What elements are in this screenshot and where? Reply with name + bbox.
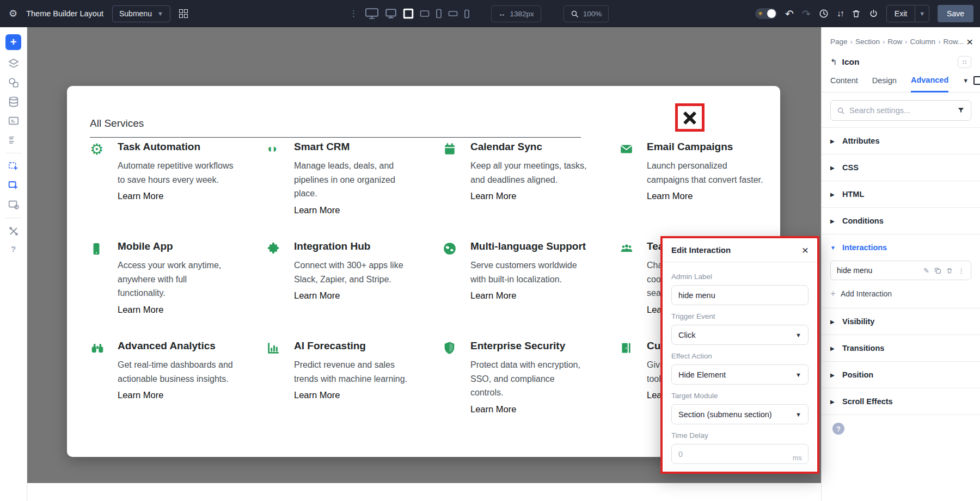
section-transitions[interactable]: ▶ Transitions — [822, 335, 980, 361]
builder-topbar: ⚙ Theme Builder Layout Submenu ▼ ⋮ ↔ 138… — [0, 0, 980, 27]
save-button[interactable]: Save — [938, 5, 973, 22]
section-conditions[interactable]: ▶ Conditions — [822, 207, 980, 234]
canvas-width-control[interactable]: ↔ 1382px — [491, 5, 541, 22]
triangle-right-icon: ▶ — [830, 319, 836, 325]
learn-more-link[interactable]: Lea — [647, 390, 662, 400]
device-phone-landscape-icon[interactable] — [448, 10, 458, 17]
service-item: Email Campaigns Launch personalized camp… — [619, 140, 795, 215]
learn-more-link[interactable]: Learn More — [470, 191, 516, 201]
duplicate-icon[interactable] — [934, 267, 941, 274]
close-x-icon — [683, 110, 697, 125]
edit-pencil-icon[interactable]: ✎ — [923, 267, 929, 275]
section-interactions[interactable]: ▼ Interactions — [822, 234, 980, 261]
tools-icon[interactable] — [7, 224, 21, 238]
builder-settings-gear-icon[interactable]: ⚙ — [9, 8, 17, 20]
device-tablet-landscape-icon[interactable] — [420, 10, 430, 17]
section-css[interactable]: ▶ CSS — [822, 154, 980, 181]
panel-dock-icon[interactable]: ∷ — [958, 56, 971, 68]
learn-more-link[interactable]: Learn More — [647, 191, 693, 201]
settings-search-input[interactable] — [849, 106, 953, 115]
section-visibility[interactable]: ▶ Visibility — [822, 308, 980, 335]
target-module-select[interactable]: Section (submenu section) ▼ — [671, 404, 808, 424]
settings-panel: Page › Section › Row › Column › Row... ×… — [821, 27, 980, 501]
time-delay-input[interactable] — [671, 444, 808, 464]
panel-close-icon[interactable]: × — [966, 36, 973, 47]
tab-content[interactable]: Content — [830, 76, 858, 91]
interaction-item[interactable]: hide menu ✎ ⋮ — [830, 261, 971, 280]
modal-close-icon[interactable]: × — [802, 244, 808, 256]
filter-funnel-icon[interactable] — [957, 107, 965, 114]
canvas-zoom-control[interactable]: 100% — [564, 5, 609, 22]
effect-action-select[interactable]: Hide Element ▼ — [671, 364, 808, 385]
bar-chart-icon — [266, 341, 283, 355]
select-module-icon[interactable] — [7, 159, 21, 174]
preview-frame-icon[interactable] — [973, 76, 980, 85]
theme-mode-toggle[interactable]: ☀ — [755, 8, 777, 19]
panel-help-icon[interactable]: ? — [832, 423, 844, 435]
breadcrumb-page[interactable]: Page — [830, 38, 848, 46]
module-settings-icon[interactable] — [7, 197, 21, 212]
exit-options-caret[interactable]: ▼ — [915, 5, 929, 22]
sidebar-help-icon[interactable]: ? — [11, 244, 16, 253]
service-title: AI Forecasting — [294, 339, 418, 352]
menu-close-button[interactable] — [675, 103, 705, 132]
device-tablet-active-icon[interactable] — [403, 8, 414, 19]
learn-more-link[interactable]: Learn More — [470, 404, 516, 415]
device-desktop-large-icon[interactable] — [365, 8, 379, 20]
layout-select[interactable]: Submenu ▼ — [112, 5, 170, 22]
add-element-button[interactable]: + — [5, 34, 21, 50]
rows-list-icon[interactable] — [7, 133, 21, 147]
undo-icon[interactable]: ↶ — [785, 8, 794, 20]
section-position[interactable]: ▶ Position — [822, 361, 980, 388]
learn-more-link[interactable]: Learn More — [294, 290, 340, 301]
back-arrow-icon[interactable]: ↰ — [830, 57, 837, 67]
service-item: Enterprise Security Protect data with en… — [443, 339, 619, 415]
triangle-down-icon: ▼ — [830, 245, 836, 251]
learn-more-link[interactable]: Learn More — [118, 390, 163, 400]
breadcrumb-row-truncated[interactable]: Row... — [943, 38, 964, 46]
power-icon[interactable] — [869, 9, 878, 18]
layers-icon[interactable] — [7, 57, 21, 71]
tab-advanced[interactable]: Advanced — [911, 76, 948, 92]
team-people-icon — [619, 242, 635, 256]
trash-icon[interactable] — [852, 9, 861, 18]
select-module-active-icon[interactable] — [7, 178, 21, 193]
section-attributes[interactable]: ▶ Attributes — [822, 127, 980, 154]
puzzle-icon — [266, 242, 283, 256]
database-icon[interactable] — [7, 95, 21, 109]
history-clock-icon[interactable] — [819, 9, 829, 18]
service-description: Predict revenue and sales trends with ma… — [294, 358, 418, 386]
section-scroll-effects[interactable]: ▶ Scroll Effects — [822, 388, 980, 415]
exit-button[interactable]: Exit — [887, 5, 915, 22]
sort-arrows-icon[interactable]: ↓↑ — [837, 9, 843, 18]
tab-design[interactable]: Design — [872, 76, 897, 91]
learn-more-link[interactable]: Learn More — [470, 290, 516, 301]
section-html[interactable]: ▶ HTML — [822, 181, 980, 207]
learn-more-link[interactable]: Learn More — [118, 305, 163, 315]
template-panel-icon[interactable] — [7, 114, 21, 128]
learn-more-link[interactable]: Learn More — [118, 191, 163, 201]
layout-select-value: Submenu — [119, 9, 152, 18]
tabs-chevron-down-icon[interactable]: ▼ — [963, 77, 969, 84]
layouts-grid-icon[interactable] — [179, 9, 188, 18]
add-interaction-button[interactable]: + Add Interaction — [830, 288, 971, 299]
redo-icon[interactable]: ↷ — [802, 8, 811, 20]
delete-trash-icon[interactable] — [946, 267, 953, 274]
design-shapes-icon[interactable] — [7, 76, 21, 90]
kebab-menu-icon[interactable]: ⋮ — [958, 267, 965, 275]
learn-more-link[interactable]: Learn More — [294, 205, 340, 215]
door-icon — [619, 341, 635, 355]
service-item: ⚙ Task Automation Automate repetitive wo… — [90, 140, 266, 215]
admin-label-input[interactable] — [671, 285, 808, 305]
breadcrumb-section[interactable]: Section — [855, 38, 880, 46]
width-arrows-icon: ↔ — [498, 10, 506, 18]
device-desktop-icon[interactable] — [385, 8, 397, 19]
breadcrumb-column[interactable]: Column — [910, 38, 936, 46]
drag-handle-icon[interactable]: ⋮ — [350, 9, 358, 18]
trigger-event-select[interactable]: Click ▼ — [671, 325, 808, 345]
device-phone-icon[interactable] — [436, 9, 442, 18]
breadcrumb-row[interactable]: Row — [887, 38, 902, 46]
device-phone-small-icon[interactable] — [464, 9, 470, 18]
learn-more-link[interactable]: Lea — [647, 305, 662, 315]
learn-more-link[interactable]: Learn More — [294, 390, 340, 400]
